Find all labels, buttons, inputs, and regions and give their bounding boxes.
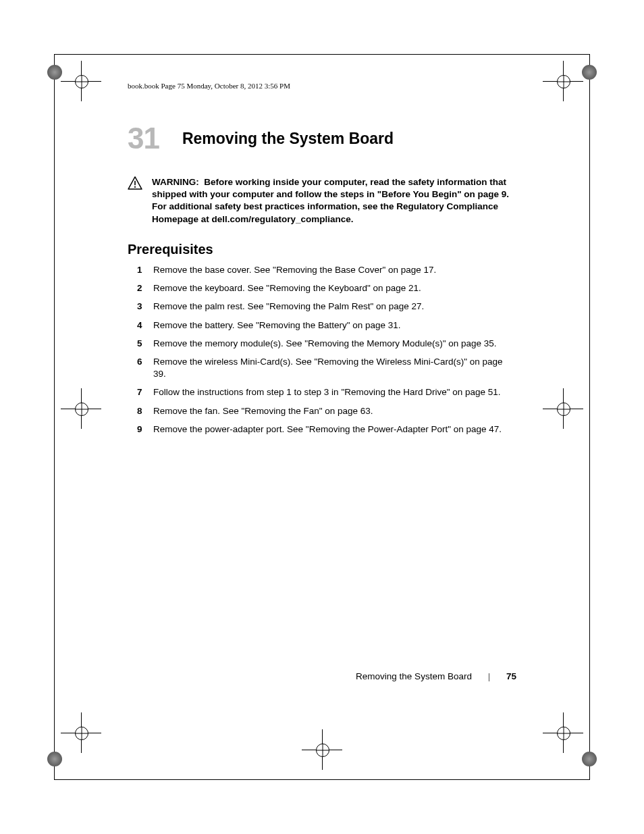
chapter-header: 31 Removing the System Board: [128, 124, 516, 153]
list-item: Remove the keyboard. See "Removing the K…: [128, 282, 516, 294]
page-frame: book.book Page 75 Monday, October 8, 201…: [54, 54, 590, 780]
list-item: Remove the fan. See "Removing the Fan" o…: [128, 405, 516, 417]
chapter-number: 31: [128, 124, 159, 153]
list-item: Remove the memory module(s). See "Removi…: [128, 338, 516, 350]
content-area: book.book Page 75 Monday, October 8, 201…: [128, 82, 516, 752]
list-item: Remove the battery. See "Removing the Ba…: [128, 319, 516, 332]
registration-disk-icon: [47, 65, 62, 80]
warning-block: WARNING: Before working inside your comp…: [128, 176, 516, 226]
registration-disk-icon: [582, 65, 597, 80]
chapter-title: Removing the System Board: [182, 130, 394, 148]
warning-body: Before working inside your computer, rea…: [152, 177, 509, 224]
footer-page-number: 75: [506, 671, 516, 681]
warning-text: WARNING: Before working inside your comp…: [152, 176, 516, 226]
crop-mark-icon: [543, 61, 583, 101]
crop-mark-icon: [302, 729, 342, 770]
running-header: book.book Page 75 Monday, October 8, 201…: [128, 82, 516, 90]
crop-mark-icon: [61, 388, 101, 429]
footer-separator: |: [488, 671, 491, 681]
svg-point-2: [134, 186, 136, 188]
crop-mark-icon: [543, 712, 583, 753]
prerequisite-list: Remove the base cover. See "Removing the…: [128, 264, 516, 436]
list-item: Remove the wireless Mini-Card(s). See "R…: [128, 356, 516, 380]
crop-mark-icon: [543, 388, 583, 429]
warning-icon: [128, 176, 148, 226]
crop-mark-icon: [61, 61, 101, 101]
list-item: Remove the palm rest. See "Removing the …: [128, 301, 516, 313]
registration-disk-icon: [582, 752, 597, 766]
registration-disk-icon: [47, 752, 62, 766]
warning-label: WARNING:: [152, 177, 199, 187]
footer-title: Removing the System Board: [356, 671, 472, 681]
list-item: Follow the instructions from step 1 to s…: [128, 386, 516, 398]
page-footer: Removing the System Board | 75: [55, 671, 516, 681]
section-heading-prerequisites: Prerequisites: [128, 242, 516, 257]
crop-mark-icon: [61, 712, 101, 753]
list-item: Remove the base cover. See "Removing the…: [128, 264, 516, 276]
list-item: Remove the power-adapter port. See "Remo…: [128, 423, 516, 436]
